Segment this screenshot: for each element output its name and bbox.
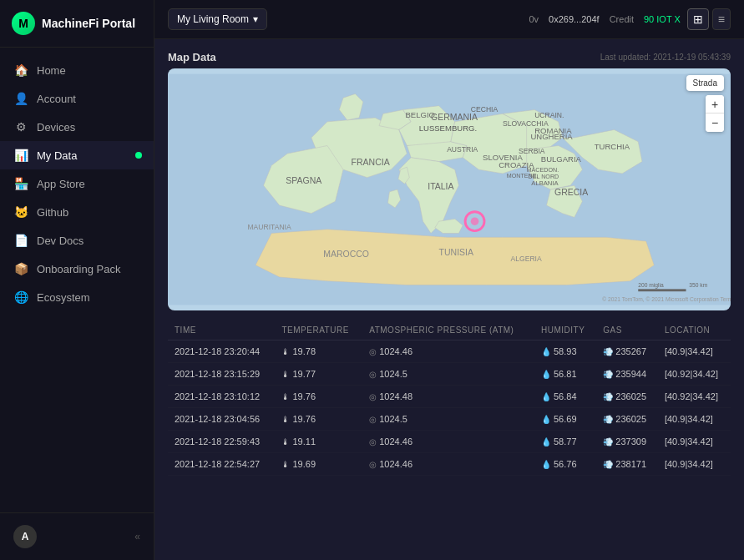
zoom-out-button[interactable]: − — [706, 114, 724, 132]
svg-text:© 2021 TomTom, © 2021 Microsof: © 2021 TomTom, © 2021 Microsoft Corporat… — [602, 296, 731, 303]
sidebar-item-home[interactable]: 🏠 Home — [0, 56, 154, 84]
topbar-left: My Living Room ▾ — [168, 8, 267, 30]
nav-icon-dev-docs: 📄 — [13, 234, 28, 247]
cell-gas: 238171 — [596, 453, 658, 476]
sidebar-footer: A « — [0, 512, 154, 560]
content-area: Map Data Last updated: 2021-12-19 05:43:… — [154, 39, 744, 560]
zoom-in-button[interactable]: + — [706, 95, 724, 114]
map-section: Map Data Last updated: 2021-12-19 05:43:… — [168, 51, 731, 310]
table-body: 2021-12-18 23:20:44 19.78 1024.46 58.93 … — [168, 341, 731, 476]
cell-temp: 19.76 — [275, 386, 362, 408]
room-label: My Living Room — [177, 13, 249, 25]
nav-label-account: Account — [37, 93, 76, 105]
nav-label-devices: Devices — [37, 121, 75, 134]
cell-gas: 236025 — [596, 408, 658, 431]
cell-time: 2021-12-18 22:59:43 — [168, 431, 275, 453]
avatar[interactable]: A — [13, 525, 37, 548]
svg-rect-45 — [638, 289, 686, 291]
cell-temp: 19.77 — [275, 363, 362, 386]
svg-text:MAURITANIA: MAURITANIA — [247, 223, 291, 231]
svg-text:CECHIA: CECHIA — [471, 105, 499, 114]
nav-label-onboarding: Onboarding Pack — [37, 263, 120, 275]
cell-pressure: 1024.5 — [362, 408, 534, 431]
wallet-address: 0x269...204f — [549, 14, 600, 24]
nav-icon-onboarding: 📦 — [13, 262, 28, 275]
map-zoom-controls: + − — [706, 95, 724, 132]
cell-gas: 237309 — [596, 431, 658, 453]
nav-icon-my-data: 📊 — [13, 149, 28, 162]
col-header-humidity: HUMIDITY — [534, 320, 596, 341]
svg-text:200 miglia: 200 miglia — [638, 282, 664, 289]
col-header-location: LOCATION — [658, 320, 731, 341]
sidebar-item-account[interactable]: 👤 Account — [0, 84, 154, 113]
cell-humidity: 58.93 — [534, 341, 596, 363]
cell-humidity: 56.84 — [534, 386, 596, 408]
sidebar-item-my-data[interactable]: 📊 My Data — [0, 141, 154, 169]
wallet-prefix: 0v — [529, 14, 539, 24]
cell-pressure: 1024.46 — [362, 431, 534, 453]
table-row: 2021-12-18 23:20:44 19.78 1024.46 58.93 … — [168, 341, 731, 363]
sidebar-nav: 🏠 Home 👤 Account ⚙ Devices 📊 My Data 🏪 A… — [0, 48, 154, 512]
map-last-updated: Last updated: 2021-12-19 05:43:39 — [600, 53, 731, 62]
cell-location: [40.92|34.42] — [658, 363, 731, 386]
svg-text:GRECIA: GRECIA — [554, 187, 588, 197]
svg-text:LUSSEMBURG.: LUSSEMBURG. — [419, 124, 477, 133]
cell-pressure: 1024.46 — [362, 341, 534, 363]
logo-area: M MachineFi Portal — [0, 0, 154, 48]
col-header-atmospheric-pressure-atm: ATMOSPHERIC PRESSURE (ATM) — [362, 320, 534, 341]
svg-text:350 km: 350 km — [689, 282, 707, 288]
svg-text:UCRAIN.: UCRAIN. — [534, 111, 564, 119]
cell-temp: 19.76 — [275, 408, 362, 431]
svg-text:FRANCIA: FRANCIA — [352, 157, 390, 167]
table-row: 2021-12-18 23:15:29 19.77 1024.5 56.81 2… — [168, 363, 731, 386]
grid-view-button[interactable]: ⊞ — [687, 8, 709, 30]
collapse-arrow[interactable]: « — [134, 531, 140, 542]
sidebar-item-dev-docs[interactable]: 📄 Dev Docs — [0, 226, 154, 255]
nav-icon-app-store: 🏪 — [13, 177, 28, 190]
sidebar-item-devices[interactable]: ⚙ Devices — [0, 113, 154, 141]
room-selector[interactable]: My Living Room ▾ — [168, 8, 267, 30]
svg-text:ALBANIA: ALBANIA — [531, 179, 559, 187]
map-style-button[interactable]: Strada — [686, 75, 724, 91]
list-view-button[interactable]: ≡ — [712, 8, 731, 30]
col-header-time: TIME — [168, 320, 275, 341]
data-table: TIMETEMPERATUREATMOSPHERIC PRESSURE (ATM… — [168, 320, 731, 476]
cell-gas: 235267 — [596, 341, 658, 363]
sidebar-item-onboarding[interactable]: 📦 Onboarding Pack — [0, 255, 154, 283]
svg-text:SPAGNA: SPAGNA — [286, 175, 321, 185]
table-row: 2021-12-18 23:04:56 19.76 1024.5 56.69 2… — [168, 408, 731, 431]
cell-location: [40.92|34.42] — [658, 386, 731, 408]
cell-humidity: 56.69 — [534, 408, 596, 431]
cell-temp: 19.11 — [275, 431, 362, 453]
cell-location: [40.9|34.42] — [658, 341, 731, 363]
sidebar-item-ecosystem[interactable]: 🌐 Ecosystem — [0, 283, 154, 311]
cell-humidity: 56.81 — [534, 363, 596, 386]
data-table-section: TIMETEMPERATUREATMOSPHERIC PRESSURE (ATM… — [168, 320, 731, 476]
svg-text:BULGARIA: BULGARIA — [541, 154, 582, 164]
cell-gas: 236025 — [596, 386, 658, 408]
cell-humidity: 58.77 — [534, 431, 596, 453]
table-row: 2021-12-18 22:59:43 19.11 1024.46 58.77 … — [168, 431, 731, 453]
cell-location: [40.9|34.42] — [658, 408, 731, 431]
map-container[interactable]: FRANCIA SPAGNA BELGIO LUSSEMBURG. GERMAN… — [168, 68, 731, 310]
sidebar: M MachineFi Portal 🏠 Home 👤 Account ⚙ De… — [0, 0, 154, 560]
map-header: Map Data Last updated: 2021-12-19 05:43:… — [168, 51, 731, 63]
cell-time: 2021-12-18 22:54:27 — [168, 453, 275, 476]
cell-humidity: 56.76 — [534, 453, 596, 476]
nav-icon-devices: ⚙ — [13, 120, 28, 134]
sidebar-item-github[interactable]: 🐱 Github — [0, 198, 154, 226]
svg-text:MAROCCO: MAROCCO — [323, 249, 369, 259]
svg-text:TUNISIA: TUNISIA — [439, 247, 473, 257]
cell-time: 2021-12-18 23:15:29 — [168, 363, 275, 386]
credit-label: Credit — [610, 14, 634, 24]
table-row: 2021-12-18 23:10:12 19.76 1024.48 56.84 … — [168, 386, 731, 408]
app-name: MachineFi Portal — [42, 17, 135, 30]
cell-time: 2021-12-18 23:04:56 — [168, 408, 275, 431]
map-title: Map Data — [168, 51, 216, 63]
table-row: 2021-12-18 22:54:27 19.69 1024.46 56.76 … — [168, 453, 731, 476]
cell-time: 2021-12-18 23:20:44 — [168, 341, 275, 363]
view-toggle: ⊞ ≡ — [687, 8, 731, 30]
sidebar-item-app-store[interactable]: 🏪 App Store — [0, 169, 154, 198]
svg-point-44 — [471, 217, 479, 225]
svg-text:ALGERIA: ALGERIA — [511, 255, 542, 263]
